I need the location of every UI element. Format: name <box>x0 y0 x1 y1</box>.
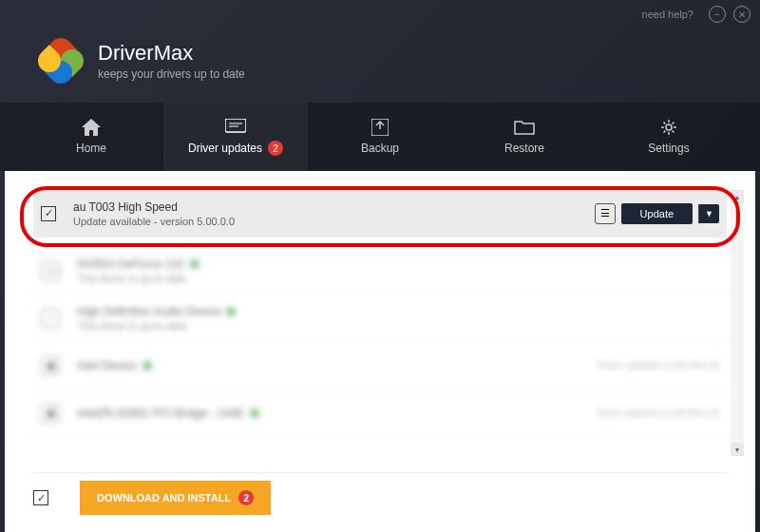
scroll-down-button[interactable]: ▾ <box>731 443 744 456</box>
driver-status: This driver is up-to-date <box>77 320 719 332</box>
content-panel: ✓ au T003 High Speed Update available - … <box>5 171 755 532</box>
app-header: DriverMax keeps your drivers up to date <box>0 28 760 103</box>
app-logo-icon <box>38 38 84 84</box>
nav-label: Restore <box>504 142 544 155</box>
help-link[interactable]: need help? <box>642 9 694 20</box>
gear-icon <box>658 119 679 136</box>
audio-icon: ♪ <box>41 309 60 328</box>
driver-row[interactable]: ▦ Intel(R) 82801 PCI Bridge - 244E Drive… <box>33 390 727 437</box>
nav-home[interactable]: Home <box>19 103 163 171</box>
svg-point-4 <box>666 124 672 130</box>
home-icon <box>81 119 102 136</box>
scrollbar[interactable]: ▴ ▾ <box>731 190 744 456</box>
status-dot-icon <box>250 408 259 418</box>
driver-name: High Definition Audio Device <box>77 305 719 318</box>
details-icon[interactable]: ☰ <box>595 203 616 224</box>
driver-name: Intel(R) 82801 PCI Bridge - 244E <box>77 407 597 420</box>
svg-rect-0 <box>225 119 246 132</box>
driver-date: Driver updated on 03-Nov-16 <box>597 408 719 418</box>
action-bar: ✓ DOWNLOAD AND INSTALL 2 <box>33 472 727 522</box>
download-label: DOWNLOAD AND INSTALL <box>97 492 231 504</box>
minimize-button[interactable]: − <box>709 6 726 23</box>
app-title: DriverMax <box>98 41 245 66</box>
updates-badge: 2 <box>268 141 283 156</box>
driver-checkbox[interactable]: ✓ <box>41 206 56 221</box>
download-install-button[interactable]: DOWNLOAD AND INSTALL 2 <box>80 481 271 515</box>
status-dot-icon <box>190 259 200 269</box>
nav-label: Driver updates <box>188 142 262 155</box>
nav-label: Home <box>76 142 106 155</box>
chipset-icon: ▦ <box>41 404 60 423</box>
driver-row-featured[interactable]: ✓ au T003 High Speed Update available - … <box>33 190 727 238</box>
nav-settings[interactable]: Settings <box>597 103 741 171</box>
driver-list: ✓ au T003 High Speed Update available - … <box>14 180 746 456</box>
driver-name: NVIDIA GeForce 210 <box>77 257 719 271</box>
scroll-up-button[interactable]: ▴ <box>731 190 744 203</box>
nav-label: Settings <box>648 142 689 155</box>
driver-icon <box>225 118 246 135</box>
update-dropdown-button[interactable]: ▼ <box>698 204 719 223</box>
driver-status: Update available - version 5.00.0.0 <box>73 216 595 227</box>
driver-status: This driver is up-to-date <box>77 273 719 284</box>
driver-name: au T003 High Speed <box>73 200 595 214</box>
display-icon: ▭ <box>41 261 60 280</box>
select-all-checkbox[interactable]: ✓ <box>33 490 48 505</box>
folder-icon <box>514 119 535 136</box>
backup-icon <box>370 119 390 136</box>
main-nav: Home Driver updates 2 Backup Restore Set… <box>0 103 760 171</box>
close-button[interactable]: ✕ <box>733 6 750 23</box>
nav-backup[interactable]: Backup <box>308 103 452 171</box>
driver-row[interactable]: ▭ NVIDIA GeForce 210 This driver is up-t… <box>33 247 727 294</box>
status-dot-icon <box>226 307 236 316</box>
chipset-icon: ▦ <box>41 356 60 375</box>
nav-driver-updates[interactable]: Driver updates 2 <box>163 103 308 171</box>
nav-restore[interactable]: Restore <box>452 103 597 171</box>
titlebar: need help? − ✕ <box>0 0 760 28</box>
driver-date: Driver updated on 03-Nov-16 <box>597 360 719 370</box>
app-tagline: keeps your drivers up to date <box>98 67 245 81</box>
driver-row[interactable]: ▦ Intel Device Driver updated on 03-Nov-… <box>33 342 727 390</box>
driver-name: Intel Device <box>77 359 597 372</box>
update-button[interactable]: Update <box>621 203 693 224</box>
nav-label: Backup <box>361 142 399 155</box>
driver-row[interactable]: ♪ High Definition Audio Device This driv… <box>33 294 727 342</box>
download-badge: 2 <box>238 490 254 505</box>
status-dot-icon <box>142 361 152 370</box>
